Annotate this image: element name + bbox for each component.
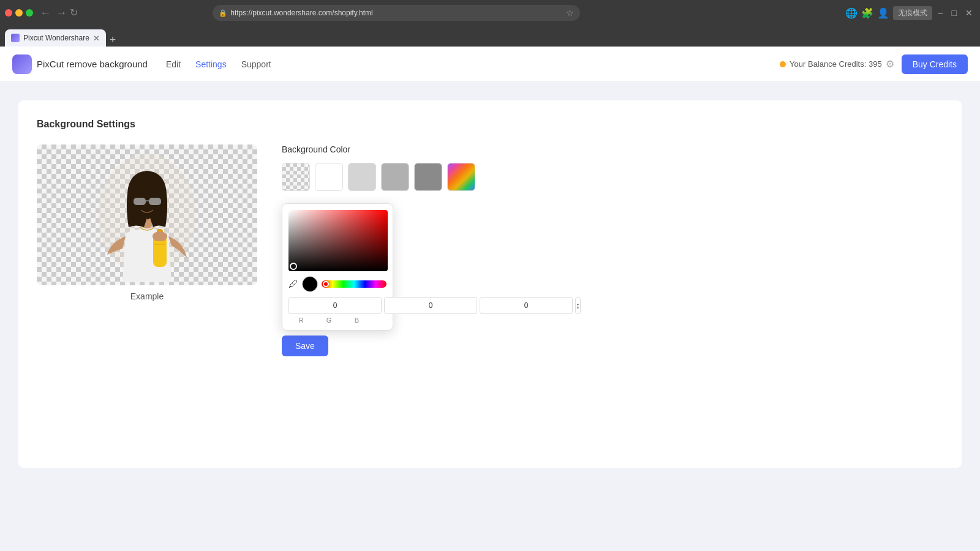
refresh-btn[interactable]: ↻: [70, 7, 78, 20]
swatch-white[interactable]: [315, 163, 343, 191]
b-input[interactable]: [480, 297, 573, 314]
color-controls-row: 🖊: [288, 276, 386, 292]
settings-panel: Background Settings: [18, 100, 962, 468]
color-preview-circle: [302, 276, 318, 292]
app-logo: PixCut remove background: [12, 54, 148, 74]
person-illustration: [92, 148, 202, 282]
save-button[interactable]: Save: [282, 335, 328, 356]
app-nav: Edit Settings Support: [166, 59, 271, 69]
balance-text: Your Balance Credits: 395: [790, 59, 882, 69]
address-bar[interactable]: 🔒 https://pixcut.wondershare.com/shopify…: [213, 5, 580, 21]
image-preview: Example: [37, 144, 257, 356]
r-input[interactable]: [288, 297, 382, 314]
panel-body: Example Background Color: [37, 144, 943, 356]
secure-icon: 🔒: [219, 9, 227, 17]
preview-person: [37, 144, 257, 285]
window-controls: [5, 9, 33, 17]
swatch-dark-gray[interactable]: [414, 163, 442, 191]
active-tab[interactable]: Pixcut Wondershare ✕: [5, 29, 106, 47]
header-right: Your Balance Credits: 395 ⚙ Buy Credits: [780, 54, 968, 74]
hue-slider-thumb[interactable]: [323, 281, 329, 287]
tab-favicon: [11, 34, 20, 42]
balance-dot-icon: [780, 61, 786, 67]
swatch-light-gray[interactable]: [348, 163, 376, 191]
browser-extensions: 🌐 🧩 👤 无痕模式 – □ ✕: [845, 6, 975, 20]
restore-btn[interactable]: □: [949, 8, 959, 18]
color-picker-popup: 🖊 ↕: [282, 203, 393, 331]
new-tab-button[interactable]: +: [110, 34, 116, 47]
tab-close-icon[interactable]: ✕: [93, 34, 100, 43]
svg-rect-4: [149, 198, 161, 205]
eyedropper-icon[interactable]: 🖊: [288, 279, 298, 290]
url-text: https://pixcut.wondershare.com/shopify.h…: [230, 9, 373, 17]
hue-slider[interactable]: [322, 280, 386, 288]
swatch-gradient[interactable]: [447, 163, 475, 191]
g-label: G: [316, 317, 341, 324]
minimize-btn[interactable]: –: [936, 8, 946, 18]
app-name: PixCut remove background: [37, 59, 148, 69]
preview-container: [37, 144, 257, 285]
color-swatches: [282, 163, 943, 191]
browser-window: ← → ↻ 🔒 https://pixcut.wondershare.com/s…: [0, 0, 980, 550]
profile-button[interactable]: 无痕模式: [893, 6, 932, 20]
svg-rect-3: [134, 198, 146, 205]
extension-icon-1[interactable]: 🌐: [845, 7, 858, 19]
rgb-mode-toggle[interactable]: ↕: [575, 297, 581, 314]
gradient-cursor[interactable]: [290, 263, 297, 270]
bg-color-label: Background Color: [282, 144, 943, 154]
color-gradient-area[interactable]: [288, 210, 388, 271]
app-header: PixCut remove background Edit Settings S…: [0, 47, 980, 82]
nav-support[interactable]: Support: [241, 59, 271, 69]
balance-info: Your Balance Credits: 395 ⚙: [780, 58, 894, 70]
close-window-btn[interactable]: [5, 9, 12, 17]
swatch-transparent[interactable]: [282, 163, 310, 191]
swatch-gray[interactable]: [381, 163, 409, 191]
preview-label: Example: [37, 291, 257, 301]
user-avatar-icon[interactable]: 👤: [877, 7, 889, 19]
gear-icon[interactable]: ⚙: [886, 58, 894, 70]
nav-settings[interactable]: Settings: [195, 59, 227, 69]
main-content: Background Settings: [0, 82, 980, 550]
r-label: R: [288, 317, 314, 324]
nav-arrows: ← → ↻: [38, 7, 78, 20]
maximize-window-btn[interactable]: [26, 9, 33, 17]
tab-title: Pixcut Wondershare: [23, 34, 89, 42]
g-input[interactable]: [384, 297, 477, 314]
minimize-window-btn[interactable]: [15, 9, 23, 17]
forward-btn[interactable]: →: [54, 7, 69, 20]
panel-title: Background Settings: [37, 119, 943, 130]
settings-right: Background Color: [282, 144, 943, 356]
back-btn[interactable]: ←: [38, 7, 53, 20]
logo-icon: [12, 54, 32, 74]
svg-rect-9: [154, 244, 165, 245]
b-label: B: [344, 317, 369, 324]
browser-top-bar: ← → ↻ 🔒 https://pixcut.wondershare.com/s…: [0, 0, 980, 26]
rgb-labels: R G B: [288, 317, 386, 324]
bookmark-icon[interactable]: ☆: [566, 8, 574, 18]
extension-icon-2[interactable]: 🧩: [861, 7, 873, 19]
tab-bar: Pixcut Wondershare ✕ +: [0, 26, 980, 47]
close-btn[interactable]: ✕: [963, 8, 975, 18]
svg-point-10: [153, 231, 167, 241]
buy-credits-button[interactable]: Buy Credits: [902, 54, 968, 74]
nav-edit[interactable]: Edit: [166, 59, 181, 69]
rgb-inputs: ↕: [288, 297, 386, 314]
